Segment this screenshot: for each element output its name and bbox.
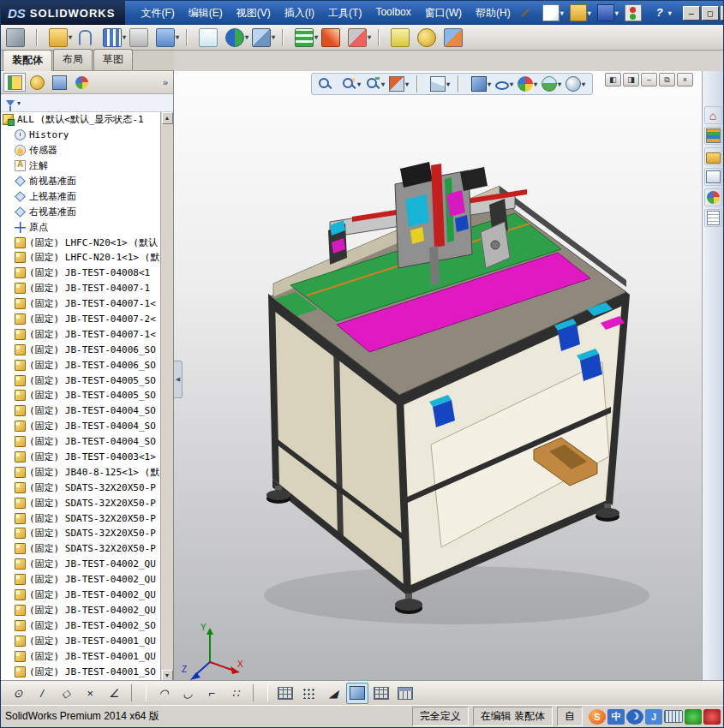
close-button[interactable]: ×: [721, 6, 724, 21]
tree-item[interactable]: (固定) JB-TEST-04005_SO: [1, 388, 161, 403]
sketch-tool-button[interactable]: /: [31, 683, 53, 704]
tree-item[interactable]: (固定) JB-TEST-04002_QU: [1, 572, 161, 588]
minimize-doc-button[interactable]: –: [641, 73, 657, 87]
hud-button[interactable]: ▾: [518, 76, 539, 92]
sketch-tool-button[interactable]: ◠: [153, 683, 175, 704]
tree-item[interactable]: (固定) JB40-8-125<1> (默: [1, 464, 161, 480]
tree-item[interactable]: (固定) SDATS-32X20X50-P: [1, 510, 161, 526]
hud-button[interactable]: [454, 75, 469, 92]
chinese-input-icon[interactable]: 中: [607, 709, 625, 725]
toolbar-button[interactable]: ▾: [49, 28, 74, 47]
menu-item[interactable]: 视图(V): [230, 3, 278, 24]
sogou-icon[interactable]: S: [589, 709, 606, 725]
green-status-icon[interactable]: [685, 709, 702, 725]
toolbar-button[interactable]: ▾: [295, 28, 320, 47]
taskpane-button[interactable]: [704, 147, 722, 165]
tree-item[interactable]: 右视基准面: [1, 204, 161, 219]
minimize-button[interactable]: –: [683, 6, 700, 21]
taskpane-button[interactable]: ⌂: [704, 106, 722, 124]
panel-tab-button[interactable]: [3, 73, 26, 92]
tree-item[interactable]: (固定) JB-TEST-04008<1: [1, 266, 161, 281]
tree-item[interactable]: (固定) JB-TEST-04007-1: [1, 281, 161, 296]
hud-button[interactable]: [317, 76, 338, 92]
handwriting-icon[interactable]: J: [645, 709, 662, 725]
toolbar-button[interactable]: [278, 29, 293, 46]
panel-tab-button[interactable]: [70, 73, 93, 92]
scroll-up-button[interactable]: ▲: [162, 112, 173, 124]
moon-icon[interactable]: ☽: [626, 709, 643, 725]
toolbar-button[interactable]: [129, 28, 154, 47]
tree-item[interactable]: (固定) JB-TEST-04004_SO: [1, 403, 161, 419]
hud-button[interactable]: ▾: [471, 76, 493, 92]
tree-filter-row[interactable]: ▾: [1, 94, 173, 112]
toolbar-button[interactable]: ▾: [156, 28, 181, 47]
tree-item[interactable]: (固定) SDATS-32X20X50-P: [1, 541, 161, 557]
sketch-tool-button[interactable]: ×: [79, 683, 101, 704]
sketch-tool-button[interactable]: ∠: [103, 683, 125, 704]
toolbar-button[interactable]: [374, 29, 389, 46]
panel-collapse-handle[interactable]: ◀: [174, 361, 182, 398]
sketch-tool-button[interactable]: ∷: [224, 683, 247, 704]
tree-item[interactable]: (固定) LHFC-N20-1<1> (默: [1, 250, 161, 266]
pane-right-icon[interactable]: ◨: [623, 73, 639, 87]
tree-item[interactable]: (固定) JB-TEST-04001_QU: [1, 648, 161, 664]
tree-item[interactable]: (固定) SDATS-32X20X50-P: [1, 495, 161, 510]
toolbar-button[interactable]: [417, 28, 442, 47]
pane-left-icon[interactable]: ◧: [605, 73, 621, 87]
menu-item[interactable]: 工具(T): [321, 3, 368, 24]
tab[interactable]: 草图: [93, 49, 133, 70]
tree-item[interactable]: (固定) SDATS-32X20X50-P: [1, 526, 161, 541]
tree-item[interactable]: 传感器: [1, 143, 161, 158]
hud-button[interactable]: ▾: [365, 76, 386, 92]
sketch-tool-button[interactable]: [248, 683, 272, 704]
close-doc-button[interactable]: ×: [677, 73, 693, 87]
panel-tab-button[interactable]: [48, 73, 70, 92]
model-canvas[interactable]: Y X Z: [174, 71, 703, 682]
tree-item[interactable]: (固定) JB-TEST-04004_SO: [1, 434, 161, 450]
red-status-icon[interactable]: [703, 709, 721, 725]
tree-item[interactable]: (固定) JB-TEST-04007-1<: [1, 296, 161, 312]
taskpane-button[interactable]: [704, 168, 722, 186]
hud-button[interactable]: ▾: [565, 76, 587, 92]
panel-overflow-chevron[interactable]: »: [163, 77, 171, 87]
sketch-tool-button[interactable]: ⊙: [7, 683, 29, 704]
taskpane-button[interactable]: [704, 127, 722, 145]
hud-button[interactable]: [413, 75, 428, 92]
pin-icon[interactable]: [521, 9, 530, 17]
toolbar-button[interactable]: ▾: [225, 28, 250, 47]
sketch-tool-button[interactable]: ◡: [177, 683, 199, 704]
tree-item[interactable]: 注解: [1, 158, 161, 174]
sketch-tool-button[interactable]: [274, 683, 296, 704]
sketch-tool-button[interactable]: ◢: [322, 683, 344, 704]
panel-tab-button[interactable]: [26, 73, 48, 92]
quick-button[interactable]: [624, 3, 649, 22]
taskpane-button[interactable]: [704, 188, 722, 206]
toolbar-button[interactable]: ▾: [103, 28, 128, 47]
graphics-viewport[interactable]: Y X Z ▾▾▾▾▾▾▾▾▾ ◧◨–⧉×: [174, 71, 703, 682]
sketch-tool-button[interactable]: [394, 683, 416, 704]
quick-button[interactable]: ▾: [569, 3, 594, 22]
menu-item[interactable]: 文件(F): [134, 3, 181, 24]
hud-button[interactable]: ▾: [542, 76, 563, 92]
tree-item[interactable]: (固定) JB-TEST-04006_SO: [1, 342, 161, 357]
toolbar-button[interactable]: ▾: [252, 28, 277, 47]
tree-item[interactable]: (固定) JB-TEST-04001_SO: [1, 664, 161, 679]
menu-item[interactable]: 窗口(W): [418, 3, 469, 24]
maximize-button[interactable]: □: [702, 6, 719, 21]
tree-item[interactable]: 原点: [1, 219, 161, 235]
tree-scrollbar[interactable]: ▲ ▼: [160, 112, 173, 682]
toolbar-button[interactable]: [75, 30, 101, 45]
tree-item[interactable]: (固定) JB-TEST-04006_SO: [1, 357, 161, 373]
tree-item[interactable]: (固定) JB-TEST-04007-2<: [1, 312, 161, 327]
toolbar-button[interactable]: [391, 28, 416, 47]
menu-item[interactable]: 编辑(E): [182, 3, 230, 24]
keyboard-icon[interactable]: [664, 710, 683, 723]
toolbar-button[interactable]: ▾: [348, 28, 373, 47]
tree-item[interactable]: (固定) JB-TEST-04002_QU: [1, 557, 161, 572]
tree-item[interactable]: (固定) JB-TEST-04005_SO: [1, 373, 161, 388]
tree-item[interactable]: (固定) SDATS-32X20X50-P: [1, 480, 161, 495]
toolbar-button[interactable]: [6, 28, 31, 47]
quick-button[interactable]: ▾: [542, 3, 566, 22]
quick-button[interactable]: ▾: [651, 4, 674, 21]
hud-button[interactable]: ▾: [389, 76, 410, 92]
